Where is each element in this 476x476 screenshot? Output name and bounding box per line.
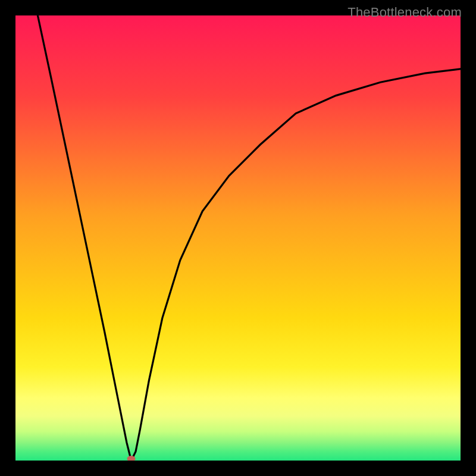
chart-svg (15, 15, 461, 461)
chart-frame: TheBottleneck.com (0, 0, 476, 476)
watermark: TheBottleneck.com (347, 5, 462, 20)
gradient-bg (15, 15, 461, 461)
plot-area (15, 15, 461, 461)
